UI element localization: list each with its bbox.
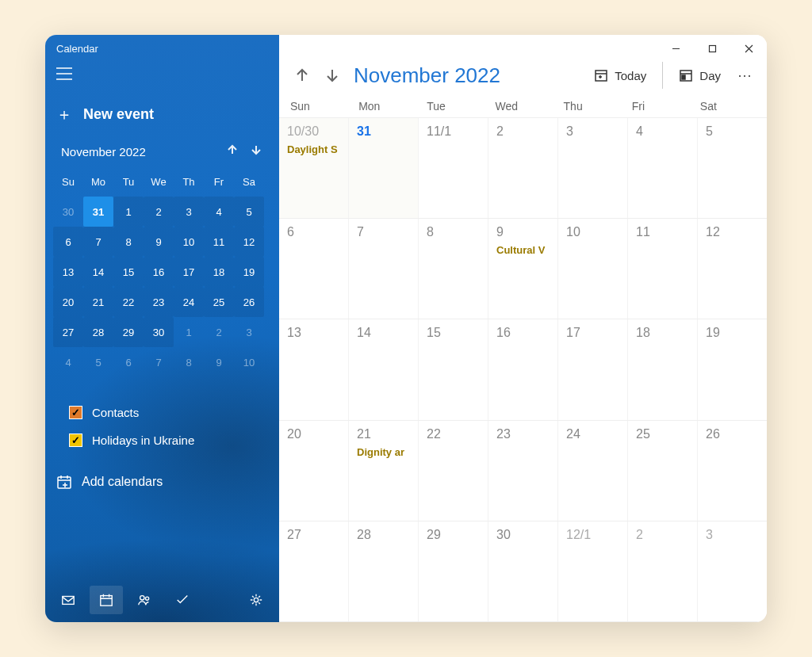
mini-day-cell[interactable]: 9 [204,347,234,377]
day-cell[interactable]: 8 [419,219,488,319]
day-cell[interactable]: 29 [419,521,488,621]
day-cell[interactable]: 28 [349,521,419,621]
menu-button[interactable] [45,59,279,96]
day-cell[interactable]: 5 [698,118,767,218]
mini-day-cell[interactable]: 21 [83,287,113,317]
maximize-button[interactable] [694,35,730,62]
mini-day-cell[interactable]: 24 [174,287,204,317]
mini-day-cell[interactable]: 5 [83,347,113,377]
day-cell[interactable]: 15 [419,319,488,419]
event-label[interactable]: Dignity ar [357,446,413,458]
day-cell[interactable]: 27 [279,521,349,621]
mini-day-cell[interactable]: 8 [113,227,144,257]
mini-day-cell[interactable]: 30 [53,197,83,227]
day-cell[interactable]: 31 [349,118,419,218]
new-event-button[interactable]: ＋ New event [45,96,279,144]
mini-day-cell[interactable]: 1 [113,197,144,227]
day-cell[interactable]: 7 [349,219,419,319]
day-cell[interactable]: 18 [628,319,698,419]
mini-day-cell[interactable]: 27 [53,317,83,347]
mini-day-cell[interactable]: 6 [113,347,144,377]
mini-day-cell[interactable]: 10 [174,227,204,257]
day-cell[interactable]: 12/1 [558,521,628,621]
day-cell[interactable]: 2 [488,118,558,218]
mini-day-cell[interactable]: 31 [83,197,113,227]
close-button[interactable] [730,35,767,62]
mini-prev-button[interactable] [220,144,244,159]
minimize-button[interactable] [657,35,694,62]
calendar-item[interactable]: ✓Contacts [69,406,268,419]
day-cell[interactable]: 13 [279,319,349,419]
day-cell[interactable]: 10 [558,219,628,319]
todo-button[interactable] [166,586,199,614]
day-cell[interactable]: 4 [628,118,698,218]
day-cell[interactable]: 9Cultural V [488,219,558,319]
mini-day-cell[interactable]: 12 [234,227,264,257]
day-cell[interactable]: 23 [488,421,558,521]
mini-day-cell[interactable]: 13 [53,257,83,287]
view-selector[interactable]: Day [671,63,729,87]
next-month-button[interactable] [319,62,346,89]
day-cell[interactable]: 25 [628,421,698,521]
mini-day-cell[interactable]: 6 [53,227,83,257]
mail-button[interactable] [52,586,85,614]
checkbox[interactable]: ✓ [69,406,82,419]
day-cell[interactable]: 21Dignity ar [349,421,419,521]
day-cell[interactable]: 22 [419,421,488,521]
mini-month-label[interactable]: November 2022 [61,145,220,159]
mini-day-cell[interactable]: 4 [53,347,83,377]
day-cell[interactable]: 3 [698,521,767,621]
day-cell[interactable]: 3 [558,118,628,218]
day-cell[interactable]: 10/30Daylight S [279,118,349,218]
mini-day-cell[interactable]: 14 [83,257,113,287]
mini-day-cell[interactable]: 3 [174,197,204,227]
mini-day-cell[interactable]: 29 [113,317,144,347]
day-cell[interactable]: 12 [698,219,767,319]
mini-day-cell[interactable]: 10 [234,347,264,377]
more-button[interactable]: ⋯ [732,67,759,84]
mini-day-cell[interactable]: 22 [113,287,144,317]
day-cell[interactable]: 16 [488,319,558,419]
day-cell[interactable]: 26 [698,421,767,521]
day-cell[interactable]: 14 [349,319,419,419]
mini-day-cell[interactable]: 17 [174,257,204,287]
event-label[interactable]: Cultural V [496,244,553,256]
month-title[interactable]: November 2022 [354,63,500,88]
day-cell[interactable]: 19 [698,319,767,419]
day-cell[interactable]: 2 [628,521,698,621]
mini-day-cell[interactable]: 11 [204,227,234,257]
prev-month-button[interactable] [289,62,316,89]
day-cell[interactable]: 6 [279,219,349,319]
mini-day-cell[interactable]: 23 [144,287,174,317]
mini-day-cell[interactable]: 5 [234,197,264,227]
mini-day-cell[interactable]: 8 [174,347,204,377]
mini-day-cell[interactable]: 16 [144,257,174,287]
day-cell[interactable]: 24 [558,421,628,521]
mini-day-cell[interactable]: 1 [174,317,204,347]
add-calendars-button[interactable]: Add calendars [45,455,279,498]
mini-day-cell[interactable]: 7 [83,227,113,257]
mini-day-cell[interactable]: 2 [144,197,174,227]
mini-day-cell[interactable]: 28 [83,317,113,347]
calendar-button[interactable] [90,586,123,614]
mini-day-cell[interactable]: 15 [113,257,144,287]
mini-day-cell[interactable]: 4 [204,197,234,227]
today-button[interactable]: Today [586,63,654,87]
people-button[interactable] [128,586,161,614]
day-cell[interactable]: 20 [279,421,349,521]
settings-button[interactable] [239,586,273,614]
event-label[interactable]: Daylight S [287,143,343,155]
day-cell[interactable]: 30 [488,521,558,621]
day-cell[interactable]: 17 [558,319,628,419]
mini-day-cell[interactable]: 26 [234,287,264,317]
mini-day-cell[interactable]: 9 [144,227,174,257]
mini-day-cell[interactable]: 7 [144,347,174,377]
day-cell[interactable]: 11/1 [419,118,488,218]
mini-next-button[interactable] [244,144,268,159]
mini-day-cell[interactable]: 20 [53,287,83,317]
mini-day-cell[interactable]: 3 [234,317,264,347]
mini-day-cell[interactable]: 19 [234,257,264,287]
checkbox[interactable]: ✓ [69,434,82,447]
calendar-item[interactable]: ✓Holidays in Ukraine [69,434,268,447]
day-cell[interactable]: 11 [628,219,698,319]
